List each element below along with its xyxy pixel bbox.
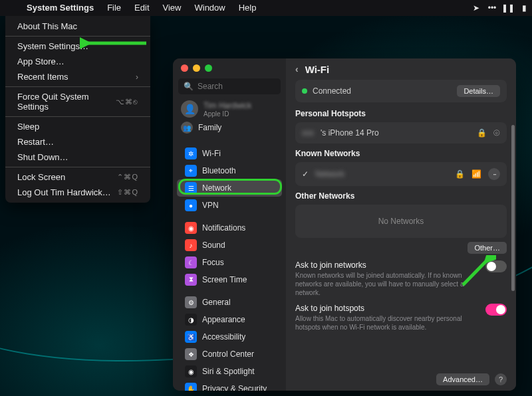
sidebar-item-label: Screen Time [202,275,247,284]
menu-sleep[interactable]: Sleep [5,119,150,134]
fullscreen-button[interactable] [205,64,212,72]
menu-recent-items[interactable]: Recent Items› [5,69,150,84]
search-icon: 🔍 [184,82,194,91]
no-networks-label: No Networks [295,205,507,238]
sidebar-item-accessibility[interactable]: ♿Accessibility [177,328,282,346]
hotspot-row[interactable]: xxx's iPhone 14 Pro 🔒⦾ [295,122,507,144]
hotspot-icon: ⦾ [493,128,500,138]
status-text: Connected [313,86,351,96]
siri-icon: ◉ [185,365,197,377]
sidebar-item-label: VPN [202,201,219,210]
other-button[interactable]: Other… [467,242,507,254]
sidebar-item-label: Bluetooth [202,166,236,175]
search-input[interactable]: 🔍 Search [178,78,281,94]
wifi-signal-icon: 📶 [471,169,481,179]
known-network-row[interactable]: ✓Network 🔒 📶 ··· [295,162,507,186]
sidebar-item-control-center[interactable]: ❖Control Center [177,346,282,363]
ask-join-networks: Ask to join networksKnown networks will … [295,260,507,297]
chevron-right-icon: › [136,72,138,82]
ask-join-networks-toggle[interactable] [485,260,507,272]
sidebar-family[interactable]: 👥 Family [173,120,286,136]
menubar-edit[interactable]: Edit [128,0,156,16]
family-icon: 👥 [181,122,193,134]
menubar: System Settings File Edit View Window He… [0,0,532,16]
appearance-icon: ◑ [185,314,197,326]
sidebar-item-label: Control Center [202,349,254,359]
sidebar-item-screen-time[interactable]: ⧗Screen Time [177,271,282,288]
focus-icon: ☾ [185,256,197,268]
sidebar-item-label: Sound [202,241,225,250]
menubar-view[interactable]: View [156,0,188,16]
menu-force-quit[interactable]: Force Quit System Settings⌥⌘⎋ [5,89,150,114]
window-controls [173,58,286,77]
menu-lock-screen[interactable]: Lock Screen⌃⌘Q [5,169,150,185]
menubar-file[interactable]: File [100,0,128,16]
sidebar-item-siri-spotlight[interactable]: ◉Siri & Spotlight [177,363,282,380]
menu-app-store[interactable]: App Store… [5,54,150,69]
sidebar-item-label: Network [202,183,231,193]
help-button[interactable]: ? [495,373,507,385]
sidebar: 🔍 Search 👤 Tim HardwickApple ID 👥 Family… [173,58,286,391]
apple-id-account[interactable]: 👤 Tim HardwickApple ID [173,98,286,120]
status-dot-icon [302,88,307,94]
wifi-status-card: Connected Details… [295,80,507,102]
network-icon: ☰ [185,182,197,194]
menu-log-out[interactable]: Log Out Tim Hardwick…⇧⌘Q [5,185,150,200]
pause-icon[interactable]: ❚❚ [500,3,516,13]
menubar-window[interactable]: Window [188,0,231,16]
content-pane: ‹ Wi-Fi Connected Details… Personal Hots… [286,58,516,391]
sidebar-item-label: Accessibility [202,332,245,342]
sidebar-item-notifications[interactable]: ◉Notifications [177,219,282,237]
privacy-icon: ✋ [185,383,197,391]
minimize-button[interactable] [193,64,200,72]
lock-icon: 🔒 [477,128,487,138]
menu-shut-down[interactable]: Shut Down… [5,149,150,165]
menu-about-this-mac[interactable]: About This Mac [5,19,150,34]
avatar: 👤 [181,100,198,118]
menu-restart[interactable]: Restart… [5,134,150,149]
advanced-button[interactable]: Advanced… [436,373,489,385]
ask-join-hotspots-toggle[interactable] [485,304,507,316]
screentime-icon: ⧗ [185,274,197,286]
sidebar-item-label: General [202,298,231,307]
accessibility-icon: ♿ [185,331,197,343]
section-personal-hotspots: Personal Hotspots [295,109,507,118]
sidebar-item-label: Wi-Fi [202,149,221,158]
section-known-networks: Known Networks [295,149,507,158]
lock-icon: 🔒 [455,169,465,179]
close-button[interactable] [181,64,188,72]
location-arrow-icon[interactable]: ➤ [468,3,484,13]
vpn-icon: ● [185,199,197,211]
bluetooth-icon: ⌖ [185,165,197,177]
page-title: Wi-Fi [305,64,330,75]
sidebar-item-label: Siri & Spotlight [202,367,255,376]
sidebar-item-bluetooth[interactable]: ⌖Bluetooth [177,162,282,179]
sidebar-item-privacy-security[interactable]: ✋Privacy & Security [177,380,282,391]
general-icon: ⚙ [185,296,197,308]
search-placeholder: Search [198,82,223,91]
annotation-arrow-settings [80,37,153,49]
ask-join-hotspots: Ask to join hotspotsAllow this Mac to au… [295,304,507,332]
section-other-networks: Other Networks [295,191,507,201]
sidebar-item-wi-fi[interactable]: ✲Wi-Fi [177,145,282,162]
more-icon[interactable]: ••• [484,3,500,13]
system-settings-window: 🔍 Search 👤 Tim HardwickApple ID 👥 Family… [173,58,516,391]
scrollbar[interactable] [511,125,515,364]
details-button[interactable]: Details… [457,85,500,97]
menubar-app[interactable]: System Settings [20,0,100,16]
sidebar-item-label: Focus [202,258,224,267]
bell-icon: ◉ [185,222,197,234]
sidebar-item-focus[interactable]: ☾Focus [177,254,282,271]
sidebar-item-general[interactable]: ⚙General [177,294,282,311]
battery-icon[interactable]: ▮ [516,3,532,13]
sound-icon: ♪ [185,239,197,251]
sidebar-item-vpn[interactable]: ●VPN [177,197,282,214]
more-options-button[interactable]: ··· [488,168,500,180]
wifi-icon: ✲ [185,148,197,159]
back-button[interactable]: ‹ [295,64,299,74]
sidebar-item-label: Notifications [202,223,245,233]
sidebar-item-sound[interactable]: ♪Sound [177,237,282,254]
sidebar-item-appearance[interactable]: ◑Appearance [177,311,282,328]
sidebar-item-network[interactable]: ☰Network [177,179,282,197]
menubar-help[interactable]: Help [232,0,263,16]
